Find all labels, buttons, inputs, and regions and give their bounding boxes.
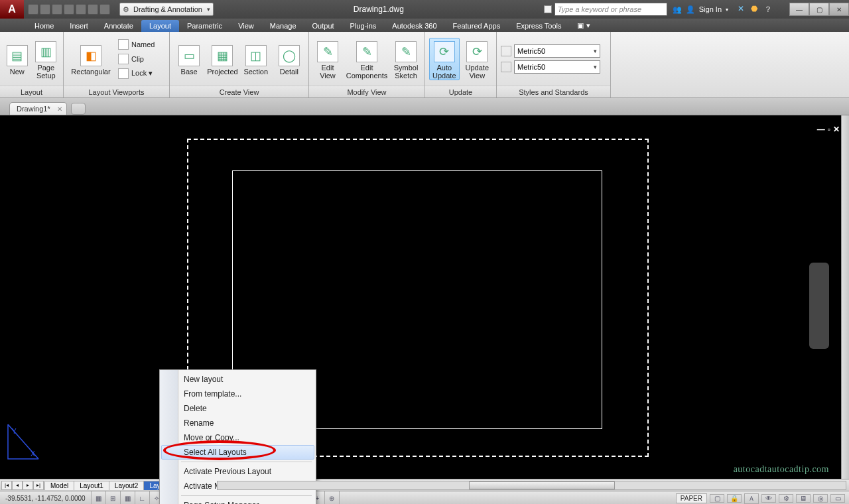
close-button[interactable]: ✕ <box>829 3 849 16</box>
file-tab-close-icon[interactable]: ✕ <box>57 105 62 113</box>
edit-view-button[interactable]: ✎Edit View <box>313 38 342 80</box>
tab-plugins[interactable]: Plug-ins <box>342 20 385 32</box>
doc-close-icon[interactable]: ✕ <box>833 125 840 134</box>
symbol-sketch-icon: ✎ <box>395 41 417 62</box>
sb-extra2-icon[interactable]: ⊕ <box>325 491 340 504</box>
ctx-move-copy[interactable]: Move or Copy... <box>161 430 314 445</box>
tab-annotate[interactable]: Annotate <box>96 20 141 32</box>
panel-title-update: Update <box>425 86 496 97</box>
horizontal-scrollbar[interactable] <box>217 481 846 490</box>
ribbon: ▤New ▥Page Setup Layout ◧Rectangular Nam… <box>0 32 849 98</box>
sb-infer-icon[interactable]: ▦ <box>92 491 106 504</box>
layout-nav-next-icon[interactable]: ▸ <box>23 481 33 490</box>
tab-express-tools[interactable]: Express Tools <box>508 20 569 32</box>
named-viewports-button[interactable]: Named <box>117 37 156 52</box>
qat-open-icon[interactable] <box>40 4 50 15</box>
new-file-tab-button[interactable] <box>71 103 86 115</box>
sign-in-button[interactable]: 👥 👤 Sign In ▾ <box>667 5 734 14</box>
sb-maximize-vp-icon[interactable]: ▢ <box>710 494 724 503</box>
tab-insert[interactable]: Insert <box>62 20 96 32</box>
clip-button[interactable]: Clip <box>117 52 156 66</box>
projected-button[interactable]: ▦Projected <box>207 42 237 76</box>
layout-canvas[interactable]: — ▫ ✕ Y X autocadtautocadtip.com <box>0 115 841 479</box>
sb-ortho-icon[interactable]: ∟ <box>135 491 150 504</box>
minimize-button[interactable]: — <box>789 3 809 16</box>
layout-tab-strip: |◂ ◂ ▸ ▸| Model Layout1 Layout2 Layout3 … <box>0 479 849 491</box>
vertical-scrollbar[interactable] <box>841 115 849 479</box>
section-button[interactable]: ◫Section <box>241 42 271 76</box>
layout-nav-last-icon[interactable]: ▸| <box>33 481 44 490</box>
search-input[interactable]: Type a keyword or phrase <box>555 3 667 16</box>
tab-layout[interactable]: Layout <box>141 20 179 32</box>
qat-saveas-icon[interactable] <box>64 4 74 15</box>
sb-workspace-icon[interactable]: ⚙ <box>779 494 793 503</box>
sb-snap-icon[interactable]: ⊞ <box>106 491 121 504</box>
tab-featured-apps[interactable]: Featured Apps <box>445 20 509 32</box>
ctx-page-setup-manager[interactable]: Page Setup Manager... <box>161 498 314 504</box>
ctx-delete[interactable]: Delete <box>161 401 314 416</box>
projected-icon: ▦ <box>212 45 233 66</box>
tab-autodesk360[interactable]: Autodesk 360 <box>384 20 444 32</box>
rectangular-button[interactable]: ◧Rectangular <box>68 42 114 76</box>
exchange-icon[interactable]: ✕ <box>738 4 744 15</box>
app-manager-icon[interactable]: ⬣ <box>751 4 757 15</box>
qat-save-icon[interactable] <box>52 4 62 15</box>
tab-manage[interactable]: Manage <box>262 20 304 32</box>
ctx-new-layout[interactable]: New layout <box>161 372 314 387</box>
maximize-button[interactable]: ▢ <box>809 3 829 16</box>
workspace-dropdown[interactable]: Drafting & Annotation <box>119 3 214 16</box>
identifier-style-dropdown[interactable]: Metric50 <box>514 44 600 58</box>
ctx-from-template[interactable]: From template... <box>161 387 314 401</box>
update-view-button[interactable]: ⟳Update View <box>462 38 492 80</box>
detail-button[interactable]: ◯Detail <box>274 42 304 76</box>
hscroll-thumb[interactable] <box>469 481 615 489</box>
sb-isolate-icon[interactable]: ◎ <box>813 494 828 503</box>
qat-plot-icon[interactable] <box>76 4 86 15</box>
qat-new-icon[interactable] <box>28 4 38 15</box>
coordinates-readout[interactable]: -39.5531, -11.4752, 0.0000 <box>0 491 92 504</box>
doc-minimize-icon[interactable]: — <box>817 125 825 134</box>
ctx-activate-previous[interactable]: Activate Previous Layout <box>161 464 314 479</box>
space-toggle[interactable]: PAPER <box>676 493 707 503</box>
qat-undo-icon[interactable] <box>88 4 98 15</box>
layout-tab-model[interactable]: Model <box>44 481 74 490</box>
tab-home[interactable]: Home <box>27 20 62 32</box>
section-icon: ◫ <box>245 45 267 66</box>
qat-redo-icon[interactable] <box>99 4 110 15</box>
sb-hardware-icon[interactable]: 🖥 <box>796 494 811 503</box>
app-logo[interactable]: A <box>0 0 24 19</box>
navigation-bar[interactable] <box>809 263 829 349</box>
sb-annoscale-icon[interactable]: Ａ <box>744 493 759 504</box>
lock-button[interactable]: Lock ▾ <box>117 66 156 81</box>
drawing-area: — ▫ ✕ Y X autocadtautocadtip.com New lay… <box>0 115 849 479</box>
tab-parametric[interactable]: Parametric <box>179 20 230 32</box>
sb-cleanscreen-icon[interactable]: ▭ <box>830 494 845 503</box>
auto-update-button[interactable]: ⟳Auto Update <box>429 38 460 80</box>
tab-output[interactable]: Output <box>304 20 342 32</box>
edit-components-button[interactable]: ✎Edit Components <box>345 38 389 80</box>
panel-title-layout: Layout <box>0 86 63 97</box>
panel-title-create-view: Create View <box>170 86 308 97</box>
file-tab-drawing1[interactable]: Drawing1*✕ <box>9 102 67 115</box>
layout-tab-layout1[interactable]: Layout1 <box>74 481 109 490</box>
sb-grid-icon[interactable]: ▦ <box>121 491 135 504</box>
base-button[interactable]: ▭Base <box>174 42 204 76</box>
new-layout-button[interactable]: ▤New <box>4 42 31 76</box>
symbol-sketch-button[interactable]: ✎Symbol Sketch <box>391 38 421 80</box>
tab-view[interactable]: View <box>230 20 262 32</box>
tab-overflow-icon[interactable]: ▣ ▾ <box>569 19 598 32</box>
layout-nav-prev-icon[interactable]: ◂ <box>12 481 23 490</box>
sb-annovisibility-icon[interactable]: 👁 <box>761 494 776 503</box>
page-setup-button[interactable]: ▥Page Setup <box>33 38 60 80</box>
layout-nav-first-icon[interactable]: |◂ <box>1 481 12 490</box>
sb-lock-vp-icon[interactable]: 🔒 <box>727 494 742 503</box>
layout-tab-layout2[interactable]: Layout2 <box>109 481 145 490</box>
doc-restore-icon[interactable]: ▫ <box>828 125 830 134</box>
search-toggle-icon[interactable] <box>544 5 552 13</box>
cutting-style-dropdown[interactable]: Metric50 <box>514 60 600 74</box>
ctx-rename[interactable]: Rename <box>161 416 314 430</box>
help-icon[interactable]: ？ <box>764 4 772 15</box>
title-utility-icons: ✕ ⬣ ？ <box>734 4 776 15</box>
ctx-select-all-layouts[interactable]: Select All Layouts <box>161 445 314 460</box>
rectangular-icon: ◧ <box>80 45 101 66</box>
